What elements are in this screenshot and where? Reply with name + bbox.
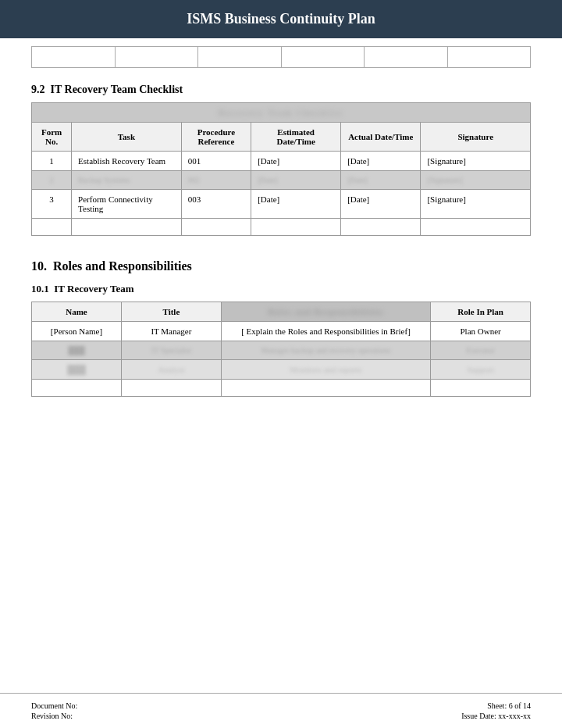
roles-row2-role: Executor xyxy=(431,341,531,360)
roles-row4-role xyxy=(431,380,531,397)
roles-row1-role: Plan Owner xyxy=(431,322,531,341)
section-92-title: 9.2 IT Recovery Team Checklist xyxy=(0,76,562,102)
section-10-title: 10. Roles and Responsibilities xyxy=(0,252,562,280)
row3-signature: [Signature] xyxy=(421,190,531,219)
checklist-area: Recovery Team Checklist Form No. Task Pr… xyxy=(0,102,562,236)
row1-signature: [Signature] xyxy=(421,152,531,171)
roles-row2-title: IT Specialist xyxy=(122,341,222,360)
sheet-label: Sheet: 6 of 14 xyxy=(461,701,531,710)
row3-estimated: [Date] xyxy=(251,190,341,219)
roles-row3-title: Analyst xyxy=(122,360,222,380)
row4-form-no xyxy=(32,219,72,236)
roles-row4-description xyxy=(221,380,430,397)
roles-area: Name Title Roles and Responsibilities Ro… xyxy=(0,302,562,397)
row3-procedure: 003 xyxy=(181,190,251,219)
col-header-signature: Signature xyxy=(421,123,531,152)
meta-cell-6 xyxy=(447,47,531,68)
col-header-actual: Actual Date/Time xyxy=(341,123,421,152)
row1-estimated: [Date] xyxy=(251,152,341,171)
roles-row2-name: ███ xyxy=(32,341,122,360)
roles-row-1: [Person Name] IT Manager [ Explain the R… xyxy=(32,322,531,341)
checklist-blurred-header: Recovery Team Checklist xyxy=(32,103,531,123)
page-title: ISMS Business Continuity Plan xyxy=(187,11,375,27)
rev-no-label: Revision No: xyxy=(31,712,77,720)
roles-table: Name Title Roles and Responsibilities Ro… xyxy=(31,302,531,397)
meta-cell-2 xyxy=(115,47,198,68)
row1-procedure: 001 xyxy=(181,152,251,171)
col-header-title: Title xyxy=(122,302,222,322)
row1-actual: [Date] xyxy=(341,152,421,171)
row1-task: Establish Recovery Team xyxy=(72,152,182,171)
row2-estimated: [Date] xyxy=(251,171,341,190)
row3-task: Perform Connectivity Testing xyxy=(72,190,182,219)
roles-row1-name: [Person Name] xyxy=(32,322,122,341)
col-header-role-in-plan: Role In Plan xyxy=(431,302,531,322)
col-header-estimated: Estimated Date/Time xyxy=(251,123,341,152)
col-header-procedure: Procedure Reference xyxy=(181,123,251,152)
meta-cell-1 xyxy=(32,47,116,68)
row2-procedure: 002 xyxy=(181,171,251,190)
top-metadata-area xyxy=(0,46,562,68)
roles-row3-name: ███ xyxy=(32,360,122,380)
row4-procedure xyxy=(181,219,251,236)
row1-form-no: 1 xyxy=(32,152,72,171)
col-header-task: Task xyxy=(72,123,182,152)
footer-left: Document No: Revision No: xyxy=(31,701,77,720)
row3-actual: [Date] xyxy=(341,190,421,219)
roles-row3-role: Support xyxy=(431,360,531,380)
footer-right: Sheet: 6 of 14 Issue Date: xx-xxx-xx xyxy=(461,701,531,720)
roles-row2-description: Manages backup and recovery operations xyxy=(221,341,430,360)
col-header-form-no: Form No. xyxy=(32,123,72,152)
row4-task xyxy=(72,219,182,236)
roles-row-2: ███ IT Specialist Manages backup and rec… xyxy=(32,341,531,360)
roles-row-4 xyxy=(32,380,531,397)
row2-task: Backup Systems xyxy=(72,171,182,190)
page-footer: Document No: Revision No: Sheet: 6 of 14… xyxy=(0,693,562,728)
checklist-table: Recovery Team Checklist Form No. Task Pr… xyxy=(31,102,531,236)
roles-row-3: ███ Analyst Monitors and reports Support xyxy=(32,360,531,380)
roles-row1-title: IT Manager xyxy=(122,322,222,341)
checklist-row-4 xyxy=(32,219,531,236)
meta-cell-4 xyxy=(281,47,365,68)
checklist-row-1: 1 Establish Recovery Team 001 [Date] [Da… xyxy=(32,152,531,171)
row2-form-no: 2 xyxy=(32,171,72,190)
page-header: ISMS Business Continuity Plan xyxy=(0,0,562,38)
col-header-blurred: Roles and Responsibilities xyxy=(221,302,430,322)
checklist-row-3: 3 Perform Connectivity Testing 003 [Date… xyxy=(32,190,531,219)
row2-actual: [Date] xyxy=(341,171,421,190)
row3-form-no: 3 xyxy=(32,190,72,219)
roles-row4-name xyxy=(32,380,122,397)
doc-no-label: Document No: xyxy=(31,701,77,710)
roles-row3-description: Monitors and reports xyxy=(221,360,430,380)
top-metadata-table xyxy=(31,46,531,68)
row4-signature xyxy=(421,219,531,236)
row2-signature: [Signature] xyxy=(421,171,531,190)
roles-row1-description: [ Explain the Roles and Responsibilities… xyxy=(221,322,430,341)
page: ISMS Business Continuity Plan 9.2 IT Rec… xyxy=(0,0,562,728)
row4-estimated xyxy=(251,219,341,236)
issue-label: Issue Date: xx-xxx-xx xyxy=(461,712,531,720)
roles-row4-title xyxy=(122,380,222,397)
checklist-row-2: 2 Backup Systems 002 [Date] [Date] xyxy=(32,171,531,190)
meta-cell-3 xyxy=(198,47,282,68)
col-header-name: Name xyxy=(32,302,122,322)
meta-cell-5 xyxy=(365,47,448,68)
section-101-title: 10.1 IT Recovery Team xyxy=(0,280,562,302)
row4-actual xyxy=(341,219,421,236)
